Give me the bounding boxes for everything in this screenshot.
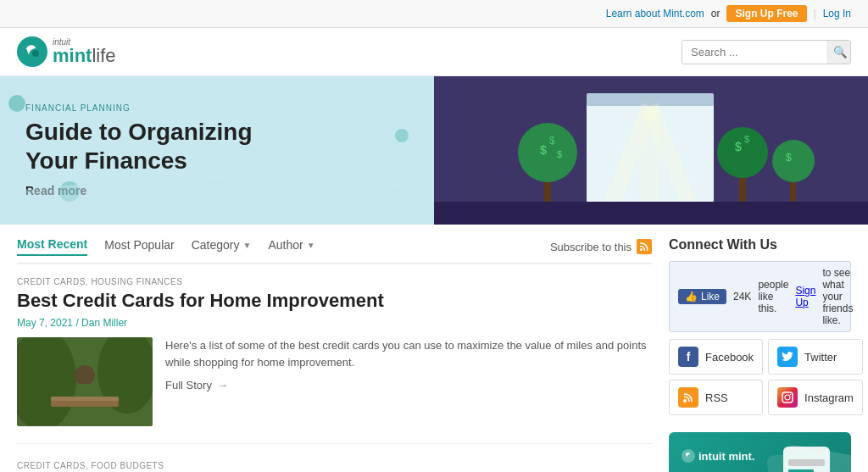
- facebook-label: Facebook: [705, 351, 754, 364]
- social-instagram[interactable]: Instagram: [768, 380, 863, 415]
- social-rss[interactable]: RSS: [669, 380, 763, 415]
- fb-like-text: people like this.: [758, 279, 788, 314]
- search-input[interactable]: [682, 41, 826, 64]
- connect-section: Connect With Us 👍 Like 24K people like t…: [669, 237, 851, 415]
- hero-category: FINANCIAL PLANNING: [25, 103, 409, 113]
- fb-like-bar: 👍 Like 24K people like this. Sign Up to …: [669, 261, 851, 332]
- mint-ad-logo-icon: [682, 449, 695, 463]
- article-card-1: CREDIT CARDS, HOUSING FINANCES Best Cred…: [17, 277, 652, 444]
- svg-point-36: [682, 449, 695, 463]
- article-1-tags: CREDIT CARDS, HOUSING FINANCES: [17, 277, 652, 286]
- rss-icon: [678, 387, 698, 408]
- instagram-icon: [777, 387, 798, 408]
- logo-mint-text: mint: [53, 45, 92, 66]
- category-dropdown-arrow: ▼: [243, 241, 252, 250]
- svg-text:$: $: [786, 152, 792, 164]
- article-1-title[interactable]: Best Credit Cards for Home Improvement: [17, 290, 652, 312]
- social-facebook[interactable]: f Facebook: [669, 339, 763, 375]
- svg-text:$: $: [540, 143, 547, 157]
- svg-text:$: $: [735, 140, 742, 153]
- fb-like-button[interactable]: 👍 Like: [678, 289, 726, 304]
- article-1-arrow-icon: →: [217, 377, 228, 394]
- twitter-label: Twitter: [804, 351, 837, 364]
- rss-subscribe-icon[interactable]: [637, 239, 652, 254]
- nav-tabs: Most Recent Most Popular Category ▼ Auth…: [17, 237, 652, 264]
- svg-rect-27: [51, 397, 119, 401]
- mint-ad-logo-text: intuit mint.: [698, 450, 754, 463]
- content-area: Most Recent Most Popular Category ▼ Auth…: [17, 237, 652, 472]
- svg-point-35: [790, 394, 792, 396]
- logo-life-text: life: [92, 45, 115, 66]
- tab-most-recent[interactable]: Most Recent: [17, 237, 87, 256]
- main-container: Most Recent Most Popular Category ▼ Auth…: [0, 225, 868, 472]
- tab-most-popular[interactable]: Most Popular: [104, 238, 174, 255]
- article-1-thumbnail: [17, 337, 153, 426]
- svg-point-0: [17, 36, 47, 67]
- search-button[interactable]: 🔍: [826, 41, 851, 64]
- hero-cloud: [0, 180, 434, 214]
- tab-author[interactable]: Author ▼: [268, 238, 314, 255]
- article-card-2: CREDIT CARDS, FOOD BUDGETS Best Credit C…: [17, 461, 652, 472]
- svg-rect-19: [434, 202, 868, 225]
- connect-title: Connect With Us: [669, 237, 851, 253]
- header: intuit mintlife 🔍: [0, 28, 868, 76]
- article-1-body: Here's a list of some of the best credit…: [17, 337, 652, 426]
- facebook-icon: f: [678, 347, 698, 367]
- tab-category[interactable]: Category ▼: [192, 238, 252, 255]
- or-text: or: [711, 8, 721, 19]
- twitter-icon: [777, 347, 798, 367]
- fb-like-label: Like: [701, 291, 720, 303]
- learn-link[interactable]: Learn about Mint.com: [606, 8, 704, 19]
- top-bar: Learn about Mint.com or Sign Up Free | L…: [0, 0, 868, 28]
- signup-button[interactable]: Sign Up Free: [726, 5, 806, 22]
- svg-point-11: [717, 127, 768, 178]
- category-label: Category: [192, 238, 240, 252]
- login-link[interactable]: Log In: [823, 8, 851, 19]
- logo[interactable]: intuit mintlife: [17, 36, 116, 67]
- svg-point-1: [32, 50, 39, 57]
- article-1-meta: May 7, 2021 / Dan Miller: [17, 317, 652, 329]
- svg-rect-39: [788, 459, 825, 466]
- hero-right: $ $ $ $ $ $: [434, 76, 868, 225]
- hero-decor-circle1: [8, 95, 25, 112]
- article-1-full-story-label: Full Story: [165, 377, 212, 394]
- svg-point-12: [772, 140, 815, 182]
- mint-phone-mockup: $1,812: [766, 442, 843, 472]
- social-grid: f Facebook Twitter: [669, 339, 851, 415]
- fb-signup-link[interactable]: Sign Up: [795, 285, 815, 308]
- subscribe-area: Subscribe to this: [550, 239, 652, 254]
- author-dropdown-arrow: ▼: [307, 241, 315, 250]
- article-1-image: [17, 337, 153, 426]
- fb-like-count: 24K: [733, 291, 751, 303]
- article-1-full-story-link[interactable]: Full Story →: [165, 377, 228, 394]
- svg-text:$: $: [549, 135, 555, 147]
- svg-text:$: $: [744, 134, 749, 144]
- article-1-excerpt: Here's a list of some of the best credit…: [165, 337, 652, 426]
- article-2-tags: CREDIT CARDS, FOOD BUDGETS: [17, 461, 652, 470]
- divider: |: [814, 8, 816, 19]
- svg-point-24: [75, 365, 95, 386]
- hero-left: FINANCIAL PLANNING Guide to OrganizingYo…: [0, 86, 434, 214]
- hero-title: Guide to OrganizingYour Finances: [25, 118, 409, 175]
- fb-see-text: to see what your friends like.: [822, 267, 853, 326]
- svg-point-10: [518, 123, 577, 182]
- logo-icon: [17, 36, 47, 67]
- social-twitter[interactable]: Twitter: [768, 339, 863, 375]
- svg-point-34: [785, 395, 790, 400]
- author-label: Author: [268, 238, 303, 252]
- sidebar: Connect With Us 👍 Like 24K people like t…: [669, 237, 851, 472]
- logo-text: intuit mintlife: [53, 38, 116, 65]
- svg-text:$: $: [557, 149, 562, 159]
- svg-point-32: [683, 399, 687, 403]
- thumbs-up-icon: 👍: [685, 291, 698, 303]
- subscribe-label: Subscribe to this: [550, 241, 632, 253]
- search-box[interactable]: 🔍: [682, 40, 851, 64]
- instagram-label: Instagram: [804, 391, 854, 404]
- rss-label: RSS: [705, 391, 728, 404]
- svg-point-20: [640, 248, 643, 251]
- hero-illustration: $ $ $ $ $ $: [434, 76, 868, 225]
- svg-rect-33: [782, 392, 793, 403]
- hero-banner: FINANCIAL PLANNING Guide to OrganizingYo…: [0, 76, 868, 225]
- mint-ad-banner[interactable]: intuit mint. Save more, spend smarter, a…: [669, 432, 851, 472]
- svg-point-22: [17, 337, 76, 426]
